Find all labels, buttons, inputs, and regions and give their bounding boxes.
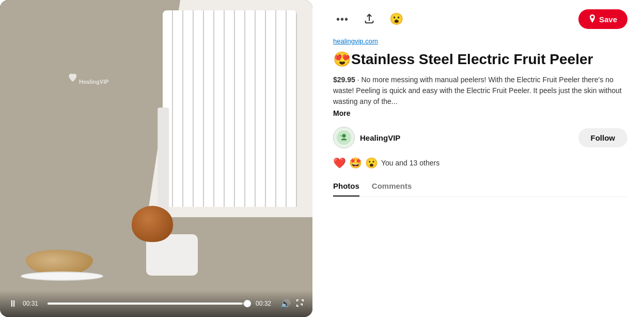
reactions-row: ❤️ 🤩 😮 You and 13 others	[333, 157, 627, 169]
reaction-star-eyes: 🤩	[349, 157, 362, 169]
author-info: HealingVIP	[333, 127, 400, 148]
pin-icon	[589, 14, 596, 24]
fruit-on-peeler	[132, 206, 173, 242]
plate	[21, 271, 103, 281]
share-button[interactable]	[360, 10, 379, 28]
progress-bar[interactable]	[48, 303, 250, 305]
avatar-icon	[337, 130, 351, 145]
product-desc-text: · No more messing with manual peelers! W…	[333, 76, 622, 105]
toolbar: ••• 😮 Save	[333, 9, 627, 29]
video-controls-bar: ⏸ 00:31 00:32 🔊	[0, 290, 312, 317]
tabs-row: Photos Comments	[333, 182, 627, 197]
follow-button[interactable]: Follow	[578, 128, 628, 147]
author-row: HealingVIP Follow	[333, 127, 627, 148]
progress-thumb[interactable]	[244, 300, 251, 307]
current-time: 00:31	[23, 300, 42, 307]
product-title: 😍Stainless Steel Electric Fruit Peeler	[333, 50, 627, 68]
reaction-heart: ❤️	[333, 157, 346, 169]
share-icon	[364, 13, 375, 25]
tab-photos[interactable]: Photos	[333, 182, 359, 197]
fullscreen-icon[interactable]	[296, 299, 304, 309]
pause-button[interactable]: ⏸	[8, 299, 18, 308]
save-button[interactable]: Save	[578, 9, 627, 29]
title-emoji: 😍	[333, 51, 351, 67]
total-time: 00:32	[256, 300, 275, 307]
video-scene: HealingVIP	[0, 0, 312, 317]
info-panel: ••• 😮 Save healingvip.com 😍Stainless Ste	[312, 0, 644, 317]
product-price: $29.95	[333, 76, 355, 84]
progress-fill	[48, 303, 242, 305]
svg-point-2	[340, 135, 342, 137]
volume-icon[interactable]: 🔊	[280, 299, 291, 309]
reaction-emoji-icon: 😮	[389, 12, 403, 26]
reactions-text: You and 13 others	[381, 159, 439, 167]
source-link[interactable]: healingvip.com	[333, 37, 627, 45]
tab-comments[interactable]: Comments	[372, 182, 412, 197]
more-icon: •••	[336, 13, 349, 25]
apron	[163, 10, 297, 207]
toolbar-left: ••• 😮	[333, 10, 405, 28]
more-options-button[interactable]: •••	[333, 10, 352, 28]
emoji-reaction-button[interactable]: 😮	[387, 10, 405, 28]
video-panel: HealingVIP ⏸ 00:31 00:32 🔊	[0, 0, 312, 317]
more-link[interactable]: More	[333, 109, 627, 117]
potato-plate-group	[15, 250, 108, 281]
watermark: HealingVIP	[67, 72, 109, 85]
reaction-surprised: 😮	[365, 157, 378, 169]
product-description: $29.95 · No more messing with manual pee…	[333, 74, 627, 107]
author-name: HealingVIP	[360, 133, 400, 142]
title-text: Stainless Steel Electric Fruit Peeler	[351, 51, 593, 67]
avatar[interactable]	[333, 127, 355, 148]
